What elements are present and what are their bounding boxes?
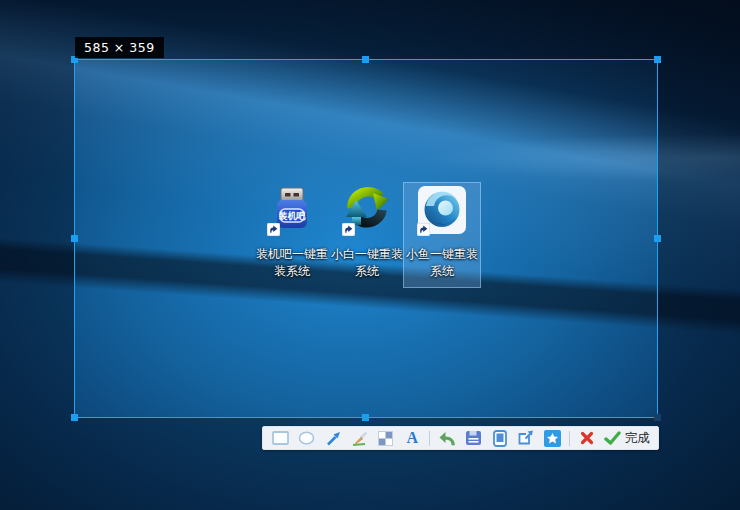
share-button[interactable] [516, 428, 535, 448]
resize-handle-top-right[interactable] [654, 56, 661, 63]
brush-tool-button[interactable] [350, 428, 369, 448]
capture-selection-region[interactable] [74, 59, 658, 418]
ellipse-icon [298, 431, 315, 445]
resize-handle-bottom-middle[interactable] [362, 414, 369, 421]
toolbar-separator [569, 431, 570, 446]
mosaic-icon [378, 431, 393, 446]
resize-handle-middle-right[interactable] [654, 235, 661, 242]
text-tool-button[interactable]: A [403, 428, 422, 448]
toolbar-separator [429, 431, 430, 446]
resize-handle-middle-left[interactable] [71, 235, 78, 242]
star-icon [544, 430, 561, 447]
share-icon [517, 430, 534, 446]
save-button[interactable] [464, 428, 483, 448]
arrow-tool-button[interactable] [324, 428, 343, 448]
done-button[interactable]: 完成 [604, 430, 650, 447]
screenshot-toolbar: A [262, 426, 659, 450]
selection-size-label: 585 × 359 [75, 37, 164, 58]
ellipse-tool-button[interactable] [297, 428, 316, 448]
arrow-icon [326, 431, 341, 446]
brush-icon [351, 431, 368, 446]
cancel-button[interactable] [577, 428, 596, 448]
clipboard-device-icon [493, 430, 507, 447]
undo-button[interactable] [437, 428, 456, 448]
confirm-check-icon [604, 431, 621, 445]
text-tool-icon: A [406, 430, 418, 446]
copy-to-clipboard-button[interactable] [490, 428, 509, 448]
rectangle-tool-button[interactable] [271, 428, 290, 448]
save-floppy-icon [465, 430, 482, 446]
cancel-x-icon [580, 431, 594, 445]
undo-icon [438, 431, 456, 446]
done-button-label: 完成 [625, 430, 650, 447]
pin-favorite-button[interactable] [543, 428, 562, 448]
resize-handle-top-middle[interactable] [362, 56, 369, 63]
resize-handle-bottom-left[interactable] [71, 414, 78, 421]
rectangle-icon [272, 431, 289, 445]
mosaic-tool-button[interactable] [376, 428, 395, 448]
resize-handle-bottom-right[interactable] [654, 414, 661, 421]
